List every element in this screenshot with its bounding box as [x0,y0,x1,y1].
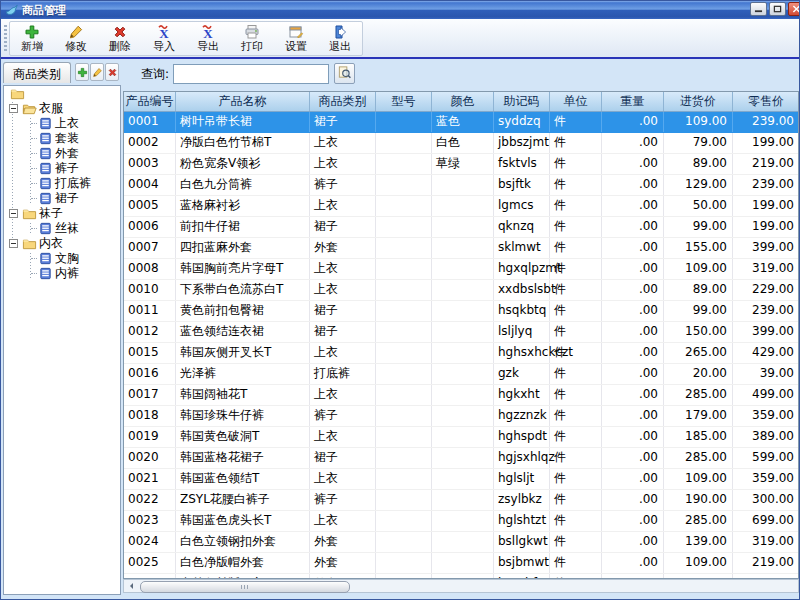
toolbar-button-print[interactable]: 打印 [230,22,274,55]
table-cell-color [432,322,494,342]
table-cell-cost_price: 179.00 [664,406,733,426]
table-cell-name: 白色净版帽外套 [176,553,310,573]
table-cell-model [376,364,432,384]
tree-item[interactable]: 裤子 [4,161,120,176]
column-header-model[interactable]: 型号 [376,92,432,111]
toolbar-button-export[interactable]: X导出 [186,22,230,55]
table-cell-name: 下系带白色流苏白T [176,280,310,300]
column-header-category[interactable]: 商品类别 [310,92,376,111]
table-cell-category: 裤子 [310,406,376,426]
table-row[interactable]: 0020韩国蓝格花裙子裙子hgjsxhlqz件.00285.00599.00 [124,448,798,469]
column-header-cost_price[interactable]: 进货价 [664,92,733,111]
table-row[interactable]: 0004白色九分筒裤裤子bsjftk件.00129.00239.00 [124,175,798,196]
window-title: 商品管理 [22,3,66,18]
tree-item[interactable]: 上衣 [4,116,120,131]
column-header-retail_price[interactable]: 零售价 [733,92,799,111]
toolbar-button-exit[interactable]: 退出 [318,22,362,55]
table-cell-model [376,112,432,132]
table-row[interactable]: 0012蓝色领结连衣裙裙子lsljlyq件.00150.00399.00 [124,322,798,343]
tree-expander-icon[interactable] [9,239,18,248]
category-add-button[interactable] [75,63,89,81]
table-row[interactable]: 0018韩国珍珠牛仔裤裤子hgzznzk件.00179.00359.00 [124,406,798,427]
table-cell-cost_price: 265.00 [664,343,733,363]
table-row[interactable]: 0019韩国黄色破洞T上衣hghspdt件.00185.00389.00 [124,427,798,448]
table-cell-category: 打底裤 [310,364,376,384]
table-row[interactable]: 0001树叶吊带长裙裙子蓝色syddzq件.00109.00239.00 [124,112,798,133]
add-icon [24,24,40,40]
table-cell-color [432,511,494,531]
toolbar-button-settings[interactable]: 设置 [274,22,318,55]
toolbar-grip[interactable] [4,25,7,51]
table-row[interactable]: 0007四扣蓝麻外套外套sklmwt件.00155.00399.00 [124,238,798,259]
toolbar-button-label: 修改 [65,40,87,53]
close-button[interactable] [788,2,799,16]
table-cell-cost_price: 150.00 [664,322,733,342]
table-row[interactable]: 0003粉色宽条V领衫上衣草绿fsktvls件.0089.00219.00 [124,154,798,175]
column-header-unit[interactable]: 单位 [550,92,602,111]
tree-item[interactable]: 裙子 [4,191,120,206]
minimize-button[interactable] [750,2,767,16]
column-header-weight[interactable]: 重量 [602,92,664,111]
table-cell-category: 裙子 [310,448,376,468]
table-row[interactable]: 0016光泽裤打底裤gzk件.0020.0039.00 [124,364,798,385]
toolbar-button-edit[interactable]: 修改 [54,22,98,55]
tree-expander-icon[interactable] [9,209,18,218]
table-row[interactable]: 0011黄色前扣包臀裙裙子hsqkbtq件.0099.00239.00 [124,301,798,322]
table-cell-unit: 件 [550,364,602,384]
category-delete-button[interactable] [105,63,119,81]
column-header-code[interactable]: 产品编号 [124,92,176,111]
table-cell-model [376,322,432,342]
column-header-name[interactable]: 产品名称 [176,92,310,111]
toolbar-button-label: 导入 [153,40,175,53]
toolbar-button-delete[interactable]: 删除 [98,22,142,55]
table-row[interactable]: 0002净版白色竹节棉T上衣白色jbbszjmt件.0079.00199.00 [124,133,798,154]
table-row[interactable]: 0021韩国蓝色领结T上衣hglsljt件.00109.00359.00 [124,469,798,490]
tree-item[interactable]: 内裤 [4,266,120,281]
table-cell-name: 前扣牛仔裙 [176,217,310,237]
search-button[interactable] [334,63,355,84]
category-edit-button[interactable] [90,63,104,81]
table-cell-category: 上衣 [310,343,376,363]
table-cell-model [376,196,432,216]
table-row[interactable]: 0006前扣牛仔裙裙子qknzq件.0099.00199.00 [124,217,798,238]
print-icon [244,24,260,40]
table-row[interactable]: 0024白色立领钢扣外套外套bsllgkwt件.00139.00319.00 [124,532,798,553]
tree-item[interactable]: 内衣 [4,236,120,251]
table-cell-unit: 件 [550,280,602,300]
table-row[interactable]: 0015韩国灰侧开叉长T上衣hghsxhckczt件.00265.00429.0… [124,343,798,364]
scrollbar-thumb[interactable] [140,581,350,593]
tree-item[interactable]: 衣服 [4,101,120,116]
column-header-color[interactable]: 颜色 [432,92,494,111]
maximize-button[interactable] [769,2,786,16]
table-row[interactable]: 0017韩国阔袖花T上衣hgkxht件.00285.00499.00 [124,385,798,406]
tree-item[interactable]: 外套 [4,146,120,161]
table-row[interactable]: 0023韩国蓝色虎头长T上衣hglshtzt件.00285.00699.00 [124,511,798,532]
tree-item[interactable]: 袜子 [4,206,120,221]
tree-expander-icon[interactable] [9,104,18,113]
toolbar-button-import[interactable]: X导入 [142,22,186,55]
table-row[interactable]: 0010下系带白色流苏白T上衣xxdbslsbt件.0089.00229.00 [124,280,798,301]
column-header-mnemonic[interactable]: 助记码 [494,92,550,111]
tab-category[interactable]: 商品类别 [3,62,71,83]
toolbar-button-add[interactable]: 新增 [10,22,54,55]
table-cell-color [432,469,494,489]
table-cell-weight: .00 [602,301,664,321]
tree-item[interactable]: 文胸 [4,251,120,266]
table-row[interactable]: 0008韩国胸前亮片字母T上衣hgxqlpzmt件.00109.00319.00 [124,259,798,280]
tree-item[interactable] [4,86,120,101]
search-input[interactable] [173,64,329,84]
table-cell-name: 粉色宽条V领衫 [176,154,310,174]
table-cell-retail_price: 300.00 [733,490,799,510]
table-cell-mnemonic: hgjsxhlqz [494,448,550,468]
table-row[interactable]: 0005蓝格麻衬衫上衣lgmcs件.0050.00199.00 [124,196,798,217]
horizontal-scrollbar[interactable] [123,579,799,593]
table-row[interactable]: 0025白色净版帽外套外套bsjbmwt件.00109.00219.00 [124,553,798,574]
tree-item[interactable]: 打底裤 [4,176,120,191]
tree-item[interactable]: 套装 [4,131,120,146]
tree-item[interactable]: 丝袜 [4,221,120,236]
scroll-left-arrow-icon[interactable] [124,580,138,592]
table-row[interactable]: 0022ZSYL花腰白裤子裤子zsylbkz件.00190.00300.00 [124,490,798,511]
table-cell-name: 韩国灰侧开叉长T [176,343,310,363]
table-cell-code: 0019 [124,427,176,447]
folder-open-icon [22,101,37,116]
